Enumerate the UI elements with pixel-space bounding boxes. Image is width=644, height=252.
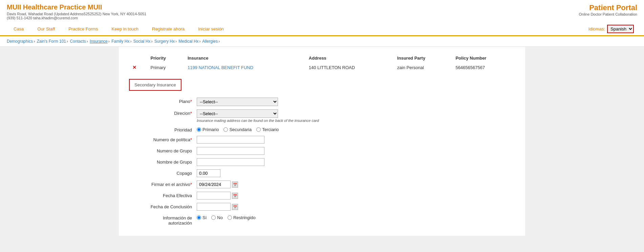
col-header-delete	[129, 54, 147, 63]
radio-terciario-label: Terciario	[262, 127, 279, 132]
col-header-insurance: Insurance	[184, 54, 305, 63]
address-cell: 140 LITTLETON ROAD	[305, 63, 394, 72]
col-header-address: Address	[305, 54, 394, 63]
plano-field: --Select--	[197, 98, 278, 106]
plano-select[interactable]: --Select--	[197, 98, 278, 106]
copago-input[interactable]	[197, 169, 220, 177]
fecha-conclusion-label: Fecha de Conclusión	[143, 203, 197, 209]
radio-si[interactable]: Sí	[197, 215, 207, 220]
col-header-priority: Priority	[147, 54, 184, 63]
policy-number-cell: 564656567567	[452, 63, 515, 72]
breadcrumb-family-hx[interactable]: Family Hx	[111, 39, 129, 44]
copago-row: Copago	[143, 169, 515, 177]
direcion-label: Direcion*	[143, 109, 197, 116]
table-row: ✕ Primary 1199 NATIONAL BENEFIT FUND 140…	[129, 63, 515, 72]
fecha-efectiva-calendar-icon[interactable]: 📅	[232, 193, 238, 199]
main-nav: Casa Our Staff Practice Forms Keep in to…	[7, 23, 637, 35]
firmar-label: Firmar en el archivo*	[143, 181, 197, 187]
radio-no-input[interactable]	[211, 215, 216, 220]
breadcrumb-allergies[interactable]: Allergies	[202, 39, 218, 44]
radio-terciario-input[interactable]	[256, 127, 261, 132]
radio-no[interactable]: No	[211, 215, 223, 220]
radio-restringido[interactable]: Restringido	[228, 215, 256, 220]
fecha-efectiva-row: Fecha Efectiva 📅	[143, 192, 515, 200]
breadcrumb-medical-hx[interactable]: Medical Hx	[178, 39, 198, 44]
insured-party-cell: zain Personal	[394, 63, 452, 72]
fecha-conclusion-input[interactable]	[197, 203, 231, 211]
numero-grupo-input[interactable]	[197, 147, 264, 155]
col-header-insured-party: Insured Party	[394, 54, 452, 63]
radio-secundaria[interactable]: Secundaria	[223, 127, 252, 132]
direcion-hint: Insurance mailing address can be found o…	[197, 119, 319, 123]
nav-keep-in-touch[interactable]: Keep in touch	[105, 23, 146, 35]
direcion-field: --Select-- Insurance mailing address can…	[197, 109, 319, 123]
delete-insurance-button[interactable]: ✕	[132, 65, 136, 70]
radio-terciario[interactable]: Terciario	[256, 127, 279, 132]
nav-casa[interactable]: Casa	[7, 23, 30, 35]
breadcrumb-contacts[interactable]: Contacts	[70, 39, 86, 44]
radio-no-label: No	[217, 215, 223, 220]
language-label: Idiomas:	[588, 26, 605, 31]
firmar-row: Firmar en el archivo* 📅	[143, 181, 515, 188]
info-autorizacion-radio-group: Sí No Restringido	[197, 214, 256, 220]
breadcrumb-insurance[interactable]: Insurance	[90, 39, 108, 44]
fecha-efectiva-label: Fecha Efectiva	[143, 192, 197, 198]
radio-primario[interactable]: Primario	[197, 127, 219, 132]
breadcrumb-social-hx[interactable]: Social Hx	[133, 39, 151, 44]
plano-row: Plano* --Select--	[143, 98, 515, 106]
nav-registrate[interactable]: Registrate ahora	[145, 23, 191, 35]
radio-primario-label: Primario	[202, 127, 219, 132]
breadcrumb-demographics[interactable]: Demographics	[7, 39, 33, 44]
numero-politica-label: Numero de política*	[143, 136, 197, 142]
priority-cell: Primary	[147, 63, 184, 72]
plano-label: Plano*	[143, 98, 197, 104]
radio-si-label: Sí	[202, 215, 207, 220]
nav-practice-forms[interactable]: Practice Forms	[62, 23, 105, 35]
fecha-efectiva-input[interactable]	[197, 192, 231, 200]
nombre-grupo-input[interactable]	[197, 158, 264, 166]
brand-address: Davis Road, Wahadat Road (Updated Addres…	[7, 12, 146, 16]
secondary-insurance-button[interactable]: Secondary Insurance	[129, 79, 181, 91]
direcion-row: Direcion* --Select-- Insurance mailing a…	[143, 109, 515, 123]
insurance-name-cell: 1199 NATIONAL BENEFIT FUND	[184, 63, 305, 72]
breadcrumb: Demographics› Zain's Form 101› Contacts›…	[0, 36, 644, 47]
prioridad-row: Prioridad Primario Secundaria Terciario	[143, 126, 515, 132]
col-header-policy-number: Policy Number	[452, 54, 515, 63]
language-select[interactable]: Spanish English	[607, 25, 634, 33]
numero-politica-row: Numero de política*	[143, 136, 515, 144]
radio-secundaria-label: Secundaria	[229, 127, 252, 132]
radio-secundaria-input[interactable]	[223, 127, 228, 132]
numero-politica-input[interactable]	[197, 136, 264, 144]
language-selector-container: Idiomas: Spanish English	[585, 23, 637, 35]
fecha-conclusion-calendar-icon[interactable]: 📅	[232, 204, 238, 210]
firmar-date-input[interactable]	[197, 181, 231, 188]
nav-iniciar-sesion[interactable]: Iniciar sesión	[191, 23, 231, 35]
info-autorizacion-label: Información de autorización	[143, 214, 197, 226]
breadcrumb-surgery-hx[interactable]: Surgery Hx	[154, 39, 175, 44]
direcion-select[interactable]: --Select--	[197, 109, 278, 118]
radio-restringido-input[interactable]	[228, 215, 232, 220]
fecha-conclusion-row: Fecha de Conclusión 📅	[143, 203, 515, 211]
numero-grupo-label: Numero de Grupo	[143, 147, 197, 153]
info-autorizacion-row: Información de autorización Sí No Restri…	[143, 214, 515, 226]
radio-restringido-label: Restringido	[233, 215, 256, 220]
radio-si-input[interactable]	[197, 215, 201, 220]
numero-grupo-row: Numero de Grupo	[143, 147, 515, 155]
firmar-calendar-icon[interactable]: 📅	[232, 182, 238, 188]
nombre-grupo-row: Nombre de Grupo	[143, 158, 515, 166]
secondary-insurance-form: Plano* --Select-- Direcion* --Select-- I…	[143, 98, 515, 226]
brand-contact: (939) 511-1420 taha.khadim@curemd.com	[7, 16, 146, 20]
radio-primario-input[interactable]	[197, 127, 201, 132]
nombre-grupo-label: Nombre de Grupo	[143, 158, 197, 165]
insurance-table: Priority Insurance Address Insured Party…	[129, 54, 515, 72]
prioridad-radio-group: Primario Secundaria Terciario	[197, 126, 279, 132]
brand-name: MUII Healthcare Practice MUII	[7, 3, 146, 11]
patient-portal-title: Patient Portal	[579, 3, 637, 12]
prioridad-label: Prioridad	[143, 126, 197, 132]
patient-portal-sub: Online Doctor Patient Collaboration	[579, 12, 637, 16]
breadcrumb-zain-form[interactable]: Zain's Form 101	[37, 39, 66, 44]
copago-label: Copago	[143, 169, 197, 176]
insurance-name-link[interactable]: 1199 NATIONAL BENEFIT FUND	[188, 65, 253, 70]
firmar-field: 📅	[197, 181, 238, 188]
nav-our-staff[interactable]: Our Staff	[30, 23, 62, 35]
